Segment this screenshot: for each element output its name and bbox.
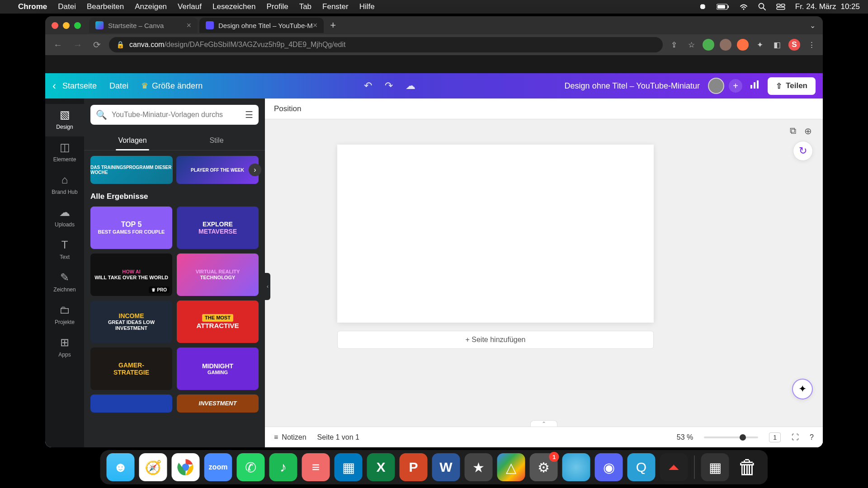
template-search-input[interactable]: 🔍 ☰ (90, 105, 259, 125)
dock-whatsapp[interactable]: ✆ (237, 453, 265, 481)
template-thumbnail[interactable]: INVESTMENT (177, 394, 259, 413)
ai-assist-button[interactable]: ↻ (793, 141, 813, 161)
add-page-button[interactable]: + Seite hinzufügen (337, 331, 654, 349)
dock-trello[interactable]: ▦ (335, 453, 363, 481)
tab-canva-home[interactable]: Startseite – Canva × (89, 18, 198, 33)
sidepanel-icon[interactable]: ◧ (771, 39, 783, 51)
next-featured-icon[interactable]: › (249, 164, 261, 176)
template-thumbnail[interactable] (90, 394, 172, 413)
help-icon[interactable]: ? (810, 433, 814, 441)
dock-todoist[interactable]: ≡ (302, 453, 330, 481)
dock-safari[interactable]: 🧭 (139, 453, 167, 481)
design-page[interactable] (337, 145, 654, 323)
menu-datei[interactable]: Datei (58, 2, 76, 11)
search-icon[interactable] (758, 3, 766, 11)
minimize-window-button[interactable] (63, 22, 70, 29)
extension-icon[interactable] (737, 39, 749, 51)
maximize-window-button[interactable] (74, 22, 81, 29)
dock-quicktime[interactable]: Q (627, 453, 656, 481)
filter-icon[interactable]: ☰ (245, 109, 253, 120)
menu-lesezeichen[interactable]: Lesezeichen (212, 2, 255, 11)
magic-button[interactable]: ✦ (792, 379, 813, 399)
new-tab-button[interactable]: + (330, 19, 336, 31)
profile-avatar[interactable]: S (788, 39, 800, 51)
url-input[interactable]: 🔒 canva.com/design/DAFeGbSbiIM/3AGZvuz5h… (109, 37, 663, 52)
back-button[interactable]: ← (51, 40, 65, 50)
user-avatar[interactable] (708, 78, 724, 94)
dock-imovie[interactable]: ★ (465, 453, 493, 481)
template-thumbnail[interactable]: TOP 5BEST GAMES FOR COUPLE (90, 206, 172, 249)
menu-bearbeiten[interactable]: Bearbeiten (87, 2, 124, 11)
page-indicator[interactable]: Seite 1 von 1 (317, 433, 359, 441)
menubar-app-name[interactable]: Chrome (18, 2, 47, 11)
reload-button[interactable]: ⟳ (90, 39, 104, 50)
close-tab-icon[interactable]: × (313, 21, 318, 30)
dock-discord[interactable]: ◉ (595, 453, 623, 481)
zoom-slider[interactable] (704, 436, 758, 438)
menu-fenster[interactable]: Fenster (322, 2, 349, 11)
position-button[interactable]: Position (274, 104, 301, 113)
template-thumbnail[interactable]: VIRTUAL REALITYTECHNOLOGY (177, 253, 259, 296)
template-thumbnail[interactable]: HOW AIWILL TAKE OVER THE WORLD♛ PRO (90, 253, 172, 296)
dock-folder[interactable]: ▦ (701, 453, 729, 481)
menubar-date[interactable]: Fr. 24. März (795, 2, 836, 11)
template-thumbnail[interactable]: EXPLOREMETAVERSE (177, 206, 259, 249)
rail-projects[interactable]: 🗀Projekte (45, 299, 84, 332)
share-url-icon[interactable]: ⇪ (668, 39, 680, 51)
timeline-expand-icon[interactable]: ⌃ (530, 420, 557, 427)
extensions-puzzle-icon[interactable]: ✦ (754, 39, 766, 51)
extension-icon[interactable] (703, 39, 714, 51)
dock-finder[interactable]: ☻ (107, 453, 135, 481)
zoom-value[interactable]: 53 % (677, 433, 693, 441)
file-menu[interactable]: Datei (109, 81, 128, 91)
home-link[interactable]: Startseite (62, 81, 97, 91)
rail-design[interactable]: ▧Design (45, 104, 84, 136)
rail-elements[interactable]: ◫Elemente (45, 136, 84, 169)
forward-button[interactable]: → (71, 40, 85, 50)
zoom-slider-knob[interactable] (740, 434, 746, 441)
canvas-main[interactable]: ⧉ ⊕ ↻ + Seite hinzufügen ⌃ ✦ (265, 119, 823, 427)
template-thumbnail[interactable]: GAMER-STRATEGIE (90, 347, 172, 390)
dock-trash[interactable]: 🗑 (734, 453, 762, 481)
undo-icon[interactable]: ↶ (364, 80, 372, 92)
tab-styles[interactable]: Stile (175, 131, 259, 150)
chrome-menu-icon[interactable]: ⋮ (806, 39, 817, 51)
add-user-button[interactable]: + (729, 79, 742, 93)
redo-icon[interactable]: ↷ (385, 80, 393, 92)
template-thumbnail[interactable]: INCOMEGREAT IDEAS LOW INVESTMENT (90, 300, 172, 343)
extension-icon[interactable] (720, 39, 731, 51)
tab-templates[interactable]: Vorlagen (90, 131, 175, 150)
template-thumbnail[interactable]: PLAYER OFF THE WEEK (176, 156, 259, 184)
dock-zoom[interactable]: zoom (204, 453, 232, 481)
record-icon[interactable]: ⏺ (699, 2, 707, 11)
menu-tab[interactable]: Tab (299, 2, 311, 11)
back-icon[interactable]: ‹ (52, 80, 56, 92)
dock-drive[interactable]: △ (497, 453, 525, 481)
dock-chrome[interactable] (172, 453, 200, 481)
menu-profile[interactable]: Profile (266, 2, 288, 11)
rail-draw[interactable]: ✎Zeichnen (45, 267, 84, 299)
duplicate-page-icon[interactable]: ⧉ (790, 126, 796, 136)
search-field[interactable] (112, 111, 245, 119)
share-button[interactable]: ⇧ Teilen (768, 77, 816, 95)
rail-apps[interactable]: ⊞Apps (45, 332, 84, 364)
resize-button[interactable]: Größe ändern (152, 81, 203, 91)
dock-app[interactable] (562, 453, 590, 481)
design-title[interactable]: Design ohne Titel – YouTube-Miniatur (565, 81, 700, 91)
dock-settings[interactable]: ⚙1 (530, 453, 558, 481)
template-thumbnail[interactable]: THE MOSTATTRACTIVE (177, 300, 259, 343)
wifi-icon[interactable] (739, 3, 748, 10)
notes-button[interactable]: ≡ Notizen (274, 433, 307, 441)
rail-brandhub[interactable]: ⌂Brand Hub (45, 169, 84, 202)
rail-uploads[interactable]: ☁Uploads (45, 202, 84, 234)
dock-powerpoint[interactable]: P (400, 453, 428, 481)
close-window-button[interactable] (52, 22, 58, 29)
dock-word[interactable]: W (432, 453, 460, 481)
control-center-icon[interactable] (776, 3, 785, 10)
tab-canva-design[interactable]: Design ohne Titel – YouTube-M × (199, 18, 324, 33)
menu-hilfe[interactable]: Hilfe (359, 2, 375, 11)
rail-text[interactable]: TText (45, 234, 84, 267)
tabs-dropdown-icon[interactable]: ⌄ (810, 21, 816, 30)
fullscreen-icon[interactable]: ⛶ (792, 433, 799, 441)
page-count-badge[interactable]: 1 (769, 432, 781, 442)
